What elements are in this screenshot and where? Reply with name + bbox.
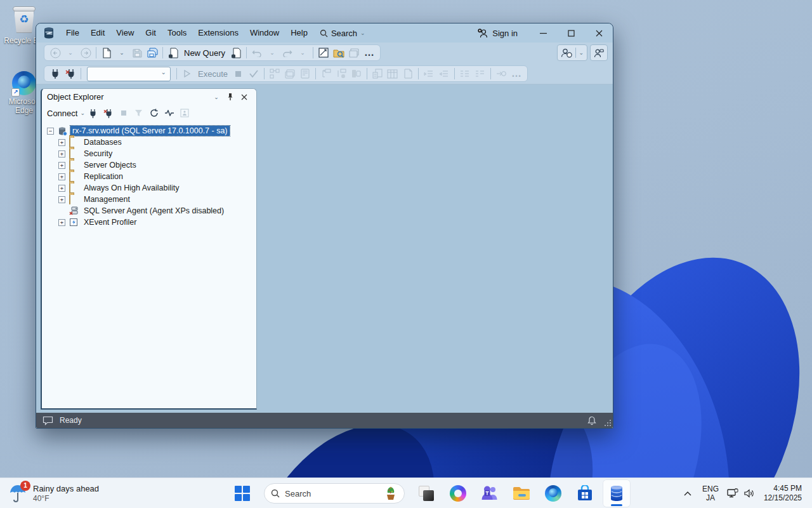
disconnect-database-button[interactable] (63, 67, 77, 81)
tray-time: 4:45 PM (757, 484, 802, 493)
refresh-icon[interactable] (147, 106, 161, 120)
undo-button[interactable] (250, 46, 264, 60)
user-accounts-button[interactable]: ⌄ (557, 44, 587, 61)
new-file-dropdown[interactable]: ⌄ (115, 46, 129, 60)
weather-temperature: 40°F (33, 494, 99, 504)
window-position-dropdown[interactable]: ⌄ (209, 91, 223, 104)
query-option-icon[interactable] (298, 67, 312, 81)
toolbar2-overflow-button[interactable]: … (509, 67, 523, 81)
activity-monitor-button[interactable] (347, 46, 361, 60)
network-icon[interactable] (724, 488, 741, 498)
language-line1: ENG (697, 485, 724, 493)
expand-toggle[interactable]: + (58, 219, 65, 226)
shortcut-arrow-icon: ↗ (11, 88, 20, 97)
redo-dropdown[interactable]: ⌄ (296, 46, 310, 60)
expand-toggle[interactable]: + (58, 196, 65, 203)
back-dropdown[interactable]: ⌄ (63, 46, 77, 60)
parse-button[interactable] (247, 67, 261, 81)
indent-icon[interactable] (422, 67, 436, 81)
expand-toggle[interactable]: + (58, 185, 65, 192)
save-all-button[interactable] (145, 46, 159, 60)
menu-tools[interactable]: Tools (162, 23, 192, 43)
feedback-bubble-icon[interactable] (43, 416, 53, 425)
menu-help[interactable]: Help (285, 23, 313, 43)
notifications-bell-icon[interactable] (587, 416, 596, 425)
language-indicator[interactable]: ENG JA (697, 485, 724, 502)
filter-icon[interactable] (132, 106, 146, 120)
expand-toggle[interactable]: + (58, 173, 65, 180)
ssms-logo-icon (43, 27, 55, 39)
close-panel-icon[interactable] (237, 91, 251, 104)
pin-icon[interactable] (223, 91, 237, 104)
tree-item-management[interactable]: + Management (42, 194, 256, 205)
new-query-button[interactable]: New Query (181, 48, 228, 58)
query-option-icon[interactable] (370, 67, 384, 81)
query-option-icon[interactable] (350, 67, 363, 81)
query-designer-button[interactable] (317, 46, 331, 60)
activity-icon[interactable] (162, 106, 176, 120)
expand-toggle[interactable]: + (58, 139, 65, 146)
taskbar-search[interactable]: Search (264, 483, 405, 504)
expand-toggle[interactable]: + (58, 162, 65, 169)
disconnect-object-icon[interactable] (102, 106, 115, 120)
titlebar-search[interactable]: Search ⌄ (320, 29, 365, 38)
query-option-icon[interactable] (401, 67, 415, 81)
menu-file[interactable]: File (60, 23, 85, 43)
new-query-icon[interactable] (166, 46, 180, 60)
query-option-icon[interactable] (283, 67, 297, 81)
ssms-taskbar-button[interactable] (603, 479, 631, 507)
query-option-icon[interactable] (319, 67, 333, 81)
collapse-toggle[interactable]: − (47, 128, 54, 135)
redo-button[interactable] (280, 46, 294, 60)
resize-grip[interactable] (605, 420, 611, 426)
database-combobox[interactable] (87, 67, 171, 81)
specify-values-icon[interactable] (494, 67, 508, 81)
search-icon (271, 489, 280, 498)
task-view-button[interactable] (412, 479, 440, 507)
menu-edit[interactable]: Edit (85, 23, 110, 43)
volume-icon[interactable] (741, 489, 757, 498)
uncomment-icon[interactable] (473, 67, 487, 81)
cancel-query-button[interactable] (232, 67, 246, 81)
undo-dropdown[interactable]: ⌄ (265, 46, 279, 60)
menu-extensions[interactable]: Extensions (192, 23, 244, 43)
execute-button[interactable]: Execute (195, 69, 230, 79)
tray-overflow-chevron[interactable] (679, 491, 697, 496)
query-option-icon[interactable] (386, 67, 400, 81)
comment-icon[interactable] (458, 67, 472, 81)
weather-widget[interactable]: 1 Rainy days ahead 40°F (4, 478, 104, 508)
start-button[interactable] (228, 479, 256, 507)
save-button[interactable] (130, 46, 144, 60)
expand-toggle[interactable]: + (58, 150, 65, 157)
sign-in-button[interactable]: Sign in (478, 29, 518, 38)
query-option-icon[interactable] (334, 67, 348, 81)
maximize-button[interactable] (557, 23, 585, 43)
menu-window[interactable]: Window (244, 23, 285, 43)
connect-database-button[interactable] (48, 67, 62, 81)
clock[interactable]: 4:45 PM 12/15/2025 (757, 484, 812, 503)
teams-button[interactable] (476, 479, 504, 507)
microsoft-store-button[interactable] (571, 479, 599, 507)
close-button[interactable] (585, 23, 613, 43)
reports-icon[interactable] (178, 106, 192, 120)
file-explorer-button[interactable] (508, 479, 535, 507)
menu-git[interactable]: Git (140, 23, 162, 43)
edge-button[interactable] (539, 479, 567, 507)
minimize-button[interactable] (529, 23, 557, 43)
outdent-icon[interactable] (437, 67, 451, 81)
menu-view[interactable]: View (110, 23, 140, 43)
connect-object-icon[interactable] (86, 106, 100, 120)
navigate-forward-button[interactable] (79, 46, 93, 60)
tree-item-sql-server-agent[interactable]: SQL Server Agent (Agent XPs disabled) (42, 205, 256, 217)
tree-item-xevent-profiler[interactable]: + XEvent Profiler (42, 217, 256, 228)
connect-button[interactable]: Connect (46, 109, 79, 118)
open-query-button[interactable] (229, 46, 243, 60)
new-file-button[interactable] (100, 46, 114, 60)
navigate-back-button[interactable] (48, 46, 62, 60)
feedback-button[interactable] (590, 44, 608, 61)
query-option-icon[interactable] (268, 67, 282, 81)
toolbar-overflow-button[interactable]: … (362, 46, 376, 60)
copilot-button[interactable] (444, 479, 472, 507)
browse-objects-button[interactable] (332, 46, 346, 60)
stop-icon[interactable] (117, 106, 131, 120)
